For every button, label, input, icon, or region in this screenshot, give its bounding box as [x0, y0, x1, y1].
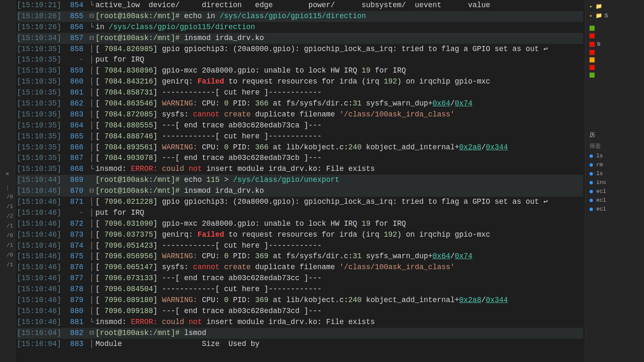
line-number: 864 — [66, 121, 88, 130]
fold-icon[interactable]: │ — [88, 98, 95, 109]
status-item[interactable] — [587, 64, 642, 71]
text-segment: 0 — [224, 252, 229, 260]
leftbar-item[interactable]: /2 — [0, 211, 15, 221]
status-item[interactable] — [587, 71, 642, 79]
fold-icon[interactable]: │ — [88, 109, 95, 120]
fold-icon[interactable]: │ — [88, 153, 95, 164]
fold-icon[interactable]: │ — [88, 65, 95, 76]
text-segment — [158, 165, 162, 173]
text-segment: [ — [95, 296, 104, 304]
text-segment: create — [224, 110, 251, 119]
fold-icon[interactable]: └ — [88, 164, 95, 175]
text-segment: put for IRQ — [95, 208, 144, 217]
status-item[interactable]: b — [587, 40, 642, 49]
terminal-line: [15:10:46] 880 │[ 7096.099188] ---[ end … — [17, 306, 583, 317]
text-segment — [220, 263, 224, 271]
text-segment: to request resources for irda (irq — [224, 77, 384, 86]
fold-icon[interactable]: └ — [88, 0, 95, 11]
leftbar-item[interactable]: /0 — [0, 192, 15, 202]
fold-icon[interactable]: │ — [88, 54, 95, 65]
fold-icon[interactable]: ⊟ — [88, 328, 95, 339]
history-item[interactable]: ecl — [587, 196, 642, 205]
fold-icon[interactable]: │ — [88, 230, 95, 240]
text-segment: 31 — [353, 252, 361, 260]
text-segment: [ — [95, 241, 104, 250]
fold-icon[interactable]: │ — [88, 262, 95, 273]
fold-icon[interactable]: │ — [88, 273, 95, 284]
text-segment: could — [162, 165, 185, 173]
bullet-icon — [590, 181, 593, 184]
history-item[interactable]: ls — [587, 151, 642, 160]
text-segment: kobject_add_internal+ — [361, 143, 459, 151]
bullet-icon — [590, 199, 593, 202]
line-number: 854 — [66, 1, 88, 9]
fold-icon[interactable]: │ — [88, 219, 95, 230]
leftbar-item[interactable]: /1 — [0, 202, 15, 211]
folder-item[interactable]: ▸📁S — [587, 11, 642, 20]
history-item[interactable]: rm — [587, 160, 642, 169]
filter-label[interactable]: 筛选 — [587, 140, 642, 151]
fold-icon[interactable]: │ — [88, 44, 95, 55]
timestamp: [15:10:26] — [17, 12, 66, 20]
timestamp: [15:10:46] — [17, 318, 66, 326]
text-segment: PID: — [228, 252, 255, 260]
bullet-icon — [590, 190, 593, 193]
text-segment: WARNING: — [162, 143, 198, 151]
leftbar-item[interactable]: /0 — [0, 250, 15, 260]
text-segment: PID: — [228, 296, 255, 304]
text-segment: / — [481, 143, 486, 151]
fold-icon[interactable]: │ — [88, 197, 95, 208]
leftbar-item[interactable]: /1 — [0, 240, 15, 250]
fold-icon[interactable]: │ — [88, 251, 95, 262]
fold-icon[interactable]: ⊟ — [88, 33, 95, 44]
fold-icon[interactable]: │ — [88, 295, 95, 306]
terminal-line: [15:10:26] 855 ⊟[root@100ask:/mnt]# echo… — [17, 11, 583, 22]
fold-icon[interactable]: │ — [88, 142, 95, 153]
line-number: 875 — [66, 252, 88, 260]
fold-icon[interactable]: └ — [88, 22, 95, 33]
close-icon[interactable]: ✕ — [0, 167, 15, 181]
text-segment — [220, 110, 224, 119]
terminal-output[interactable]: [15:10:21] 854 └active_low device/ direc… — [15, 0, 585, 362]
status-item[interactable] — [587, 32, 642, 40]
bullet-icon — [590, 163, 593, 167]
status-item[interactable] — [587, 24, 642, 32]
terminal-line: [15:10:35] 860 │[ 7084.843216] genirq: F… — [17, 76, 583, 87]
fold-icon[interactable]: │ — [88, 208, 95, 219]
text-segment: [ — [95, 219, 104, 228]
text-segment: [root@100ask:/mnt]# — [95, 329, 180, 337]
leftbar-item[interactable]: /1 — [0, 260, 15, 270]
leftbar-item[interactable]: /0 — [0, 231, 15, 240]
folder-item[interactable]: ▸📁 — [587, 2, 642, 11]
line-number: 873 — [66, 230, 88, 239]
fold-icon[interactable]: │ — [88, 240, 95, 251]
fold-icon[interactable]: ⊟ — [88, 11, 95, 22]
history-item[interactable]: ecl — [587, 187, 642, 196]
fold-icon[interactable]: │ — [88, 87, 95, 98]
leftbar-item[interactable]: /1 — [0, 221, 15, 231]
fold-icon[interactable]: │ — [88, 306, 95, 317]
history-item[interactable]: ecl — [587, 205, 642, 213]
text-segment: in — [95, 23, 109, 31]
text-segment: 7096.056956 — [104, 252, 153, 260]
line-number: 859 — [66, 66, 88, 75]
timestamp: [15:10:35] — [17, 165, 66, 173]
text-segment: not — [189, 165, 202, 173]
status-item[interactable] — [587, 49, 642, 56]
status-square-icon — [590, 73, 595, 78]
fold-icon[interactable]: │ — [88, 76, 95, 87]
fold-icon[interactable]: └ — [88, 317, 95, 328]
fold-icon[interactable]: │ — [88, 284, 95, 295]
fold-icon[interactable]: │ — [88, 120, 95, 131]
fold-icon[interactable]: │ — [88, 131, 95, 142]
history-item[interactable]: ins — [587, 178, 642, 187]
fold-icon[interactable]: │ — [88, 339, 95, 350]
text-segment: ] — [153, 143, 162, 151]
fold-icon[interactable]: ⊟ — [88, 186, 95, 197]
fold-icon[interactable] — [88, 175, 95, 186]
history-item[interactable]: ls — [587, 169, 642, 178]
text-segment: [ — [95, 66, 104, 75]
status-item[interactable] — [587, 56, 642, 64]
more-icon[interactable]: ⋮ — [0, 185, 15, 192]
text-segment: kobject_add_internal+ — [361, 296, 459, 304]
